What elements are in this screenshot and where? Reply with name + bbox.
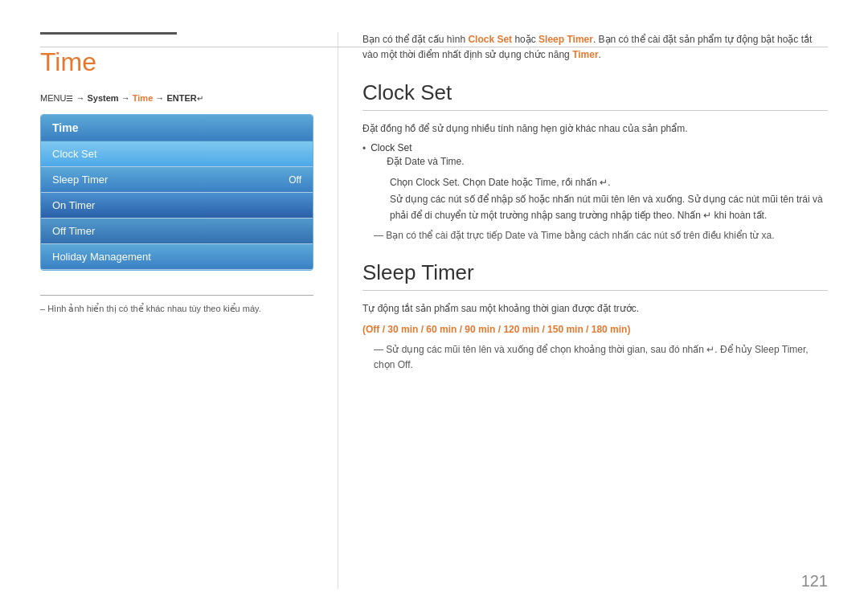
clock-set-indent2: Sử dụng các nút số để nhập số hoặc nhấn … [390, 191, 828, 224]
sleep-timer-title: Sleep Timer [362, 260, 828, 291]
menu-path: MENU☰ → System → Time → ENTER↵ [40, 93, 313, 103]
page-number: 121 [801, 572, 828, 591]
clock-set-section: Clock Set Đặt đồng hồ để sử dụng nhiều t… [362, 80, 828, 243]
section-rule [40, 32, 177, 35]
sleep-timer-description: Tự động tắt sản phẩm sau một khoảng thời… [362, 300, 828, 317]
sidebar-header: Time [41, 115, 313, 141]
sidebar-item-clock-set[interactable]: Clock Set [41, 141, 313, 167]
menu-label: MENU [40, 93, 66, 103]
clock-set-description: Đặt đồng hồ để sử dụng nhiều tính năng h… [362, 121, 828, 137]
sidebar-item-holiday[interactable]: Holiday Management [41, 244, 313, 270]
top-rule [40, 47, 828, 47]
sleep-timer-dash-note: Sử dụng các mũi tên lên và xuống để chọn… [374, 342, 828, 373]
sleep-timer-options: (Off / 30 min / 60 min / 90 min / 120 mi… [362, 321, 828, 337]
clock-set-indent1: Chọn Clock Set. Chọn Date hoặc Time, rồi… [390, 174, 828, 190]
menu-time: Time [133, 93, 153, 103]
sidebar-item-off-timer[interactable]: Off Timer [41, 219, 313, 244]
bottom-note: – Hình ảnh hiển thị có thể khác nhau tùy… [40, 295, 313, 314]
sleep-timer-section: Sleep Timer Tự động tắt sản phẩm sau một… [362, 260, 828, 374]
right-column: Bạn có thể đặt cấu hình Clock Set hoặc S… [338, 32, 828, 589]
sidebar-menu: Time Clock Set Sleep Timer Off On Timer … [40, 114, 313, 271]
menu-system: System [88, 93, 119, 103]
clock-set-bullet: • Clock Set Đặt Date và Time. [362, 142, 828, 170]
menu-arrow2: → [121, 93, 133, 103]
left-column: Time MENU☰ → System → Time → ENTER↵ Time… [40, 32, 338, 589]
intro-text: Bạn có thể đặt cấu hình Clock Set hoặc S… [362, 32, 828, 63]
menu-arrow1: → [76, 93, 87, 103]
clock-set-title: Clock Set [362, 80, 828, 111]
page-title: Time [40, 47, 313, 77]
menu-enter: ENTER [166, 93, 196, 103]
sidebar-item-sleep-timer[interactable]: Sleep Timer Off [41, 167, 313, 193]
menu-arrow3: → [155, 93, 166, 103]
clock-set-dash-note: Bạn có thể cài đặt trực tiếp Date và Tim… [374, 228, 828, 243]
sidebar-item-on-timer[interactable]: On Timer [41, 193, 313, 219]
